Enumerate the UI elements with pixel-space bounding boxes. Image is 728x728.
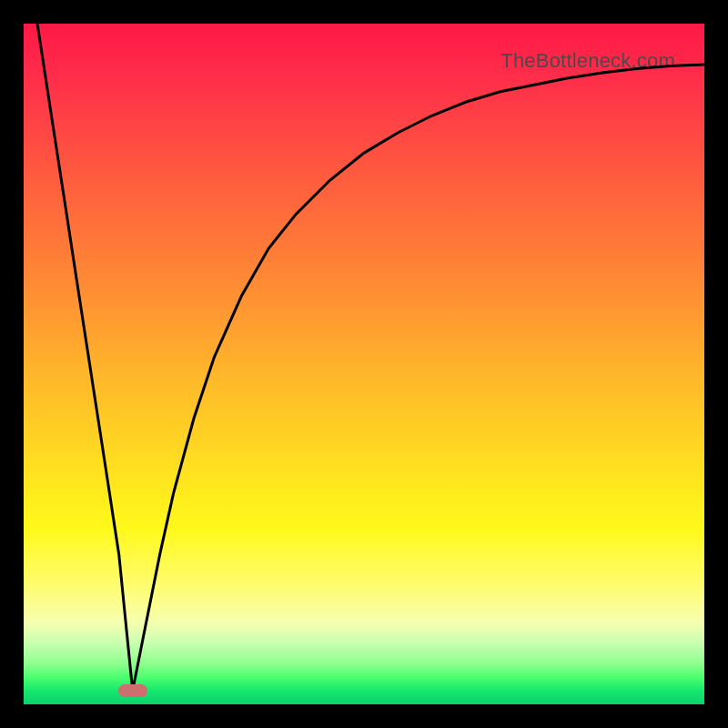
minimum-marker bbox=[118, 684, 147, 697]
plot-area: TheBottleneck.com bbox=[24, 24, 704, 704]
curve-path bbox=[37, 24, 704, 691]
chart-frame: TheBottleneck.com bbox=[0, 0, 728, 728]
bottleneck-curve bbox=[24, 24, 704, 704]
